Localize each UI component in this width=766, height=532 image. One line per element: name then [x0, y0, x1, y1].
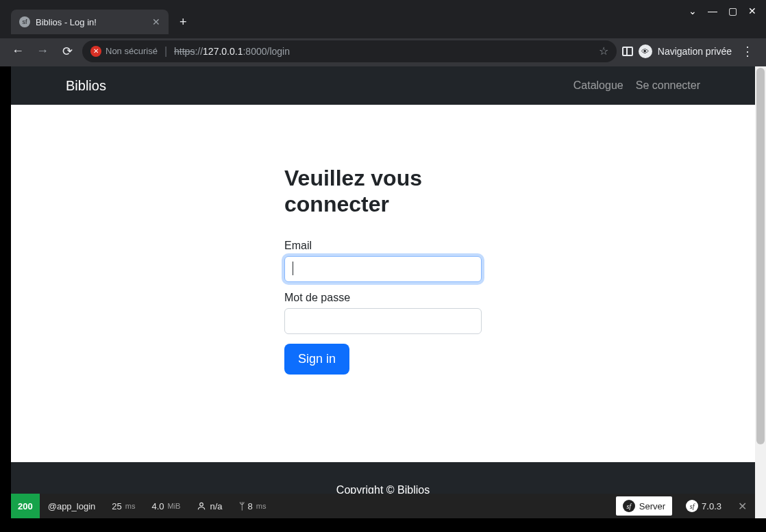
url-text: https://127.0.0.1:8000/login	[174, 46, 290, 57]
debug-user[interactable]: n/a	[188, 494, 230, 518]
main-content: Veuillez vous connecter Email Mot de pas…	[11, 105, 755, 462]
browser-chrome: ⌄ — ▢ ✕ sf Biblios - Log in! ✕ + ← → ⟳ ✕…	[0, 0, 766, 66]
debug-version[interactable]: sf 7.0.3	[678, 494, 730, 518]
password-label: Mot de passe	[284, 292, 482, 304]
window-controls: ⌄ — ▢ ✕	[689, 5, 756, 16]
signin-button[interactable]: Sign in	[284, 344, 349, 375]
browser-tab[interactable]: sf Biblios - Log in! ✕	[11, 10, 169, 34]
debug-right: sf Server sf 7.0.3 ✕	[616, 494, 755, 518]
debug-time[interactable]: 25ms	[103, 494, 143, 518]
scrollbar-thumb[interactable]	[756, 68, 765, 444]
forward-button[interactable]: →	[33, 42, 52, 61]
incognito-icon: 👁	[639, 45, 652, 58]
address-right: ☆	[599, 45, 608, 58]
minimize-icon[interactable]: —	[708, 5, 717, 16]
close-tab-icon[interactable]: ✕	[152, 16, 160, 27]
maximize-icon[interactable]: ▢	[728, 5, 737, 16]
new-tab-button[interactable]: +	[180, 15, 187, 29]
debug-close-icon[interactable]: ✕	[730, 500, 755, 513]
symfony-debug-bar: 200 @app_login 25ms 4.0MiB n/a ᛘ 8ms sf …	[11, 494, 755, 518]
security-label: Non sécurisé	[106, 46, 158, 56]
tab-title: Biblios - Log in!	[36, 17, 147, 27]
private-label: Navigation privée	[658, 46, 732, 57]
site-nav: Biblios Catalogue Se connecter	[11, 66, 755, 105]
brand[interactable]: Biblios	[66, 78, 106, 94]
private-badge[interactable]: 👁 Navigation privée	[639, 45, 732, 58]
kebab-menu-icon[interactable]: ⋮	[737, 44, 758, 59]
warning-icon: ✕	[90, 46, 101, 57]
favicon-icon: sf	[19, 16, 30, 27]
back-button[interactable]: ←	[8, 42, 27, 61]
user-icon	[197, 501, 206, 511]
nav-link-catalogue[interactable]: Catalogue	[573, 79, 623, 92]
password-field[interactable]	[284, 308, 482, 334]
scrollbar[interactable]	[755, 66, 766, 518]
form-title: Veuillez vous connecter	[284, 165, 482, 218]
debug-route[interactable]: @app_login	[40, 494, 104, 518]
close-window-icon[interactable]: ✕	[748, 5, 756, 16]
svg-point-0	[200, 503, 203, 506]
star-icon[interactable]: ☆	[599, 45, 608, 58]
panel-icon[interactable]	[622, 47, 633, 56]
email-label: Email	[284, 240, 482, 252]
address-bar-row: ← → ⟳ ✕ Non sécurisé | https://127.0.0.1…	[0, 38, 766, 66]
dropdown-icon[interactable]: ⌄	[689, 5, 697, 16]
security-indicator[interactable]: ✕ Non sécurisé	[90, 46, 158, 57]
tab-bar: sf Biblios - Log in! ✕ +	[0, 0, 766, 38]
debug-memory[interactable]: 4.0MiB	[143, 494, 188, 518]
page-viewport: Biblios Catalogue Se connecter Veuillez …	[11, 66, 755, 518]
email-field[interactable]	[284, 256, 482, 282]
nav-link-login[interactable]: Se connecter	[636, 79, 700, 92]
debug-status[interactable]: 200	[11, 494, 40, 518]
divider: |	[164, 45, 167, 58]
reload-button[interactable]: ⟳	[58, 42, 77, 61]
address-bar[interactable]: ✕ Non sécurisé | https://127.0.0.1:8000/…	[82, 40, 617, 62]
symfony-icon: sf	[623, 500, 635, 512]
login-form: Veuillez vous connecter Email Mot de pas…	[284, 165, 482, 375]
symfony-icon: sf	[686, 500, 698, 512]
debug-server[interactable]: sf Server	[616, 496, 672, 516]
twig-icon: ᛘ	[239, 501, 245, 511]
nav-links: Catalogue Se connecter	[573, 79, 700, 92]
debug-twig[interactable]: ᛘ 8ms	[231, 494, 275, 518]
